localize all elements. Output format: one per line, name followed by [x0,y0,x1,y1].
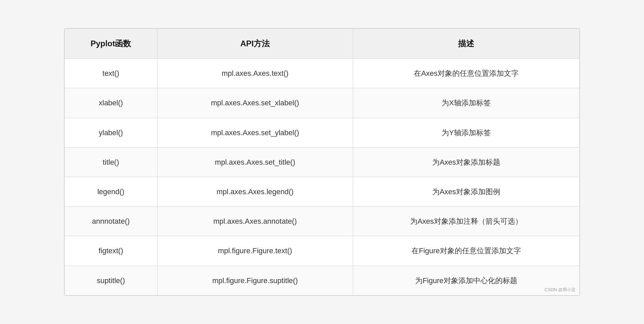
cell-desc: 为Axes对象添加标题 [353,147,579,177]
cell-pyplot: suptitle() [65,266,157,295]
cell-api: mpl.axes.Axes.text() [157,59,353,88]
cell-api: mpl.axes.Axes.set_xlabel() [157,88,353,118]
watermark: CSDN @周小言 [544,287,576,293]
cell-desc: 为Axes对象添加注释（箭头可选） [353,207,579,236]
cell-desc: 在Axes对象的任意位置添加文字 [353,59,579,88]
table-container: Pyplot函数 API方法 描述 text()mpl.axes.Axes.te… [64,28,580,296]
header-desc: 描述 [353,29,579,59]
cell-desc: 为Y轴添加标签 [353,118,579,147]
cell-api: mpl.figure.Figure.text() [157,236,353,266]
cell-api: mpl.axes.Axes.legend() [157,177,353,207]
cell-pyplot: ylabel() [65,118,157,147]
cell-desc: 为Axes对象添加图例 [353,177,579,207]
pyplot-api-table: Pyplot函数 API方法 描述 text()mpl.axes.Axes.te… [64,29,580,295]
table-row: legend()mpl.axes.Axes.legend()为Axes对象添加图… [65,177,580,207]
cell-pyplot: title() [65,147,157,177]
table-row: title()mpl.axes.Axes.set_title()为Axes对象添… [65,147,580,177]
table-row: suptitle()mpl.figure.Figure.suptitle()为F… [65,266,580,295]
cell-pyplot: figtext() [65,236,157,266]
cell-api: mpl.axes.Axes.annotate() [157,207,353,236]
cell-api: mpl.axes.Axes.set_title() [157,147,353,177]
cell-pyplot: annnotate() [65,207,157,236]
table-body: text()mpl.axes.Axes.text()在Axes对象的任意位置添加… [65,59,580,295]
cell-pyplot: text() [65,59,157,88]
cell-desc: 在Figure对象的任意位置添加文字 [353,236,579,266]
cell-desc: 为X轴添加标签 [353,88,579,118]
table-row: annnotate()mpl.axes.Axes.annotate()为Axes… [65,207,580,236]
header-api: API方法 [157,29,353,59]
table-row: text()mpl.axes.Axes.text()在Axes对象的任意位置添加… [65,59,580,88]
table-header-row: Pyplot函数 API方法 描述 [65,29,580,59]
table-row: xlabel()mpl.axes.Axes.set_xlabel()为X轴添加标… [65,88,580,118]
cell-api: mpl.axes.Axes.set_ylabel() [157,118,353,147]
cell-api: mpl.figure.Figure.suptitle() [157,266,353,295]
cell-pyplot: legend() [65,177,157,207]
table-row: ylabel()mpl.axes.Axes.set_ylabel()为Y轴添加标… [65,118,580,147]
table-row: figtext()mpl.figure.Figure.text()在Figure… [65,236,580,266]
header-pyplot: Pyplot函数 [65,29,157,59]
cell-pyplot: xlabel() [65,88,157,118]
